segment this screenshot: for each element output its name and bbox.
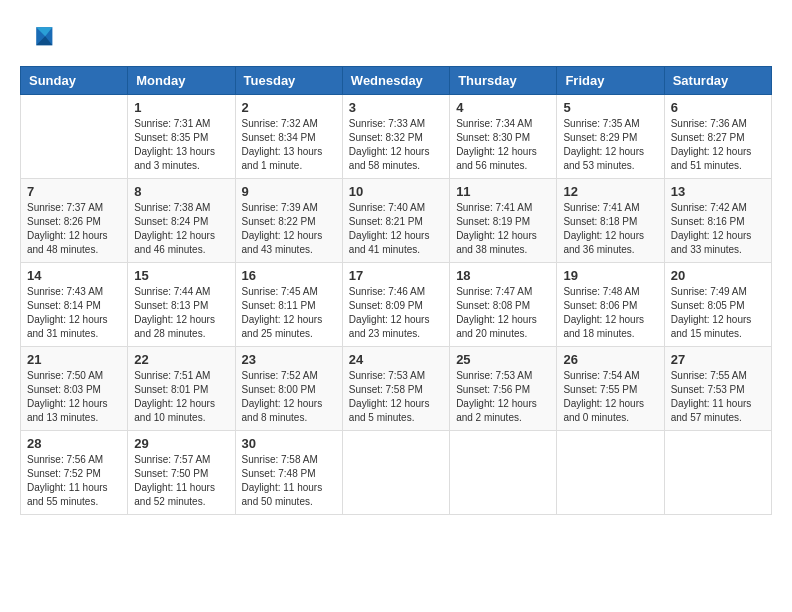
calendar-cell: 5Sunrise: 7:35 AM Sunset: 8:29 PM Daylig… [557, 95, 664, 179]
calendar-cell: 11Sunrise: 7:41 AM Sunset: 8:19 PM Dayli… [450, 179, 557, 263]
calendar-cell: 13Sunrise: 7:42 AM Sunset: 8:16 PM Dayli… [664, 179, 771, 263]
logo-icon [20, 20, 56, 56]
day-info: Sunrise: 7:33 AM Sunset: 8:32 PM Dayligh… [349, 117, 443, 173]
day-number: 24 [349, 352, 443, 367]
day-number: 22 [134, 352, 228, 367]
day-number: 14 [27, 268, 121, 283]
day-number: 20 [671, 268, 765, 283]
day-number: 28 [27, 436, 121, 451]
day-info: Sunrise: 7:47 AM Sunset: 8:08 PM Dayligh… [456, 285, 550, 341]
day-info: Sunrise: 7:50 AM Sunset: 8:03 PM Dayligh… [27, 369, 121, 425]
calendar-week-1: 1Sunrise: 7:31 AM Sunset: 8:35 PM Daylig… [21, 95, 772, 179]
day-info: Sunrise: 7:43 AM Sunset: 8:14 PM Dayligh… [27, 285, 121, 341]
day-number: 30 [242, 436, 336, 451]
day-info: Sunrise: 7:42 AM Sunset: 8:16 PM Dayligh… [671, 201, 765, 257]
calendar-cell: 17Sunrise: 7:46 AM Sunset: 8:09 PM Dayli… [342, 263, 449, 347]
calendar-cell: 12Sunrise: 7:41 AM Sunset: 8:18 PM Dayli… [557, 179, 664, 263]
day-number: 29 [134, 436, 228, 451]
calendar-header-row: SundayMondayTuesdayWednesdayThursdayFrid… [21, 67, 772, 95]
calendar-cell: 25Sunrise: 7:53 AM Sunset: 7:56 PM Dayli… [450, 347, 557, 431]
calendar-cell: 18Sunrise: 7:47 AM Sunset: 8:08 PM Dayli… [450, 263, 557, 347]
day-number: 4 [456, 100, 550, 115]
logo [20, 20, 62, 56]
day-number: 23 [242, 352, 336, 367]
calendar-cell: 3Sunrise: 7:33 AM Sunset: 8:32 PM Daylig… [342, 95, 449, 179]
day-number: 25 [456, 352, 550, 367]
calendar-cell [450, 431, 557, 515]
calendar-cell: 28Sunrise: 7:56 AM Sunset: 7:52 PM Dayli… [21, 431, 128, 515]
calendar-cell: 19Sunrise: 7:48 AM Sunset: 8:06 PM Dayli… [557, 263, 664, 347]
calendar-cell: 4Sunrise: 7:34 AM Sunset: 8:30 PM Daylig… [450, 95, 557, 179]
day-info: Sunrise: 7:51 AM Sunset: 8:01 PM Dayligh… [134, 369, 228, 425]
day-header-saturday: Saturday [664, 67, 771, 95]
calendar-cell: 8Sunrise: 7:38 AM Sunset: 8:24 PM Daylig… [128, 179, 235, 263]
day-number: 27 [671, 352, 765, 367]
day-header-tuesday: Tuesday [235, 67, 342, 95]
calendar-cell: 24Sunrise: 7:53 AM Sunset: 7:58 PM Dayli… [342, 347, 449, 431]
day-number: 16 [242, 268, 336, 283]
day-info: Sunrise: 7:58 AM Sunset: 7:48 PM Dayligh… [242, 453, 336, 509]
calendar-cell: 20Sunrise: 7:49 AM Sunset: 8:05 PM Dayli… [664, 263, 771, 347]
day-info: Sunrise: 7:37 AM Sunset: 8:26 PM Dayligh… [27, 201, 121, 257]
calendar-cell: 15Sunrise: 7:44 AM Sunset: 8:13 PM Dayli… [128, 263, 235, 347]
day-info: Sunrise: 7:31 AM Sunset: 8:35 PM Dayligh… [134, 117, 228, 173]
calendar-cell: 6Sunrise: 7:36 AM Sunset: 8:27 PM Daylig… [664, 95, 771, 179]
day-info: Sunrise: 7:41 AM Sunset: 8:19 PM Dayligh… [456, 201, 550, 257]
day-info: Sunrise: 7:57 AM Sunset: 7:50 PM Dayligh… [134, 453, 228, 509]
day-header-thursday: Thursday [450, 67, 557, 95]
calendar-cell: 2Sunrise: 7:32 AM Sunset: 8:34 PM Daylig… [235, 95, 342, 179]
calendar-week-4: 21Sunrise: 7:50 AM Sunset: 8:03 PM Dayli… [21, 347, 772, 431]
day-info: Sunrise: 7:46 AM Sunset: 8:09 PM Dayligh… [349, 285, 443, 341]
calendar-cell: 10Sunrise: 7:40 AM Sunset: 8:21 PM Dayli… [342, 179, 449, 263]
day-number: 18 [456, 268, 550, 283]
day-info: Sunrise: 7:39 AM Sunset: 8:22 PM Dayligh… [242, 201, 336, 257]
calendar-week-2: 7Sunrise: 7:37 AM Sunset: 8:26 PM Daylig… [21, 179, 772, 263]
calendar-week-5: 28Sunrise: 7:56 AM Sunset: 7:52 PM Dayli… [21, 431, 772, 515]
day-number: 6 [671, 100, 765, 115]
day-number: 26 [563, 352, 657, 367]
day-info: Sunrise: 7:53 AM Sunset: 7:58 PM Dayligh… [349, 369, 443, 425]
calendar-cell: 29Sunrise: 7:57 AM Sunset: 7:50 PM Dayli… [128, 431, 235, 515]
day-header-friday: Friday [557, 67, 664, 95]
day-info: Sunrise: 7:52 AM Sunset: 8:00 PM Dayligh… [242, 369, 336, 425]
calendar-cell: 27Sunrise: 7:55 AM Sunset: 7:53 PM Dayli… [664, 347, 771, 431]
calendar-cell: 14Sunrise: 7:43 AM Sunset: 8:14 PM Dayli… [21, 263, 128, 347]
day-number: 1 [134, 100, 228, 115]
day-info: Sunrise: 7:32 AM Sunset: 8:34 PM Dayligh… [242, 117, 336, 173]
day-info: Sunrise: 7:35 AM Sunset: 8:29 PM Dayligh… [563, 117, 657, 173]
day-header-monday: Monday [128, 67, 235, 95]
day-number: 8 [134, 184, 228, 199]
calendar-cell: 23Sunrise: 7:52 AM Sunset: 8:00 PM Dayli… [235, 347, 342, 431]
day-number: 13 [671, 184, 765, 199]
day-info: Sunrise: 7:49 AM Sunset: 8:05 PM Dayligh… [671, 285, 765, 341]
day-info: Sunrise: 7:41 AM Sunset: 8:18 PM Dayligh… [563, 201, 657, 257]
day-number: 7 [27, 184, 121, 199]
calendar-cell: 21Sunrise: 7:50 AM Sunset: 8:03 PM Dayli… [21, 347, 128, 431]
day-info: Sunrise: 7:45 AM Sunset: 8:11 PM Dayligh… [242, 285, 336, 341]
day-info: Sunrise: 7:55 AM Sunset: 7:53 PM Dayligh… [671, 369, 765, 425]
day-number: 11 [456, 184, 550, 199]
day-info: Sunrise: 7:53 AM Sunset: 7:56 PM Dayligh… [456, 369, 550, 425]
calendar-cell: 26Sunrise: 7:54 AM Sunset: 7:55 PM Dayli… [557, 347, 664, 431]
day-number: 12 [563, 184, 657, 199]
day-number: 17 [349, 268, 443, 283]
day-number: 21 [27, 352, 121, 367]
calendar-cell [342, 431, 449, 515]
calendar-cell: 30Sunrise: 7:58 AM Sunset: 7:48 PM Dayli… [235, 431, 342, 515]
page-header [20, 20, 772, 56]
day-info: Sunrise: 7:48 AM Sunset: 8:06 PM Dayligh… [563, 285, 657, 341]
calendar-cell [21, 95, 128, 179]
day-info: Sunrise: 7:54 AM Sunset: 7:55 PM Dayligh… [563, 369, 657, 425]
calendar-cell [557, 431, 664, 515]
day-number: 5 [563, 100, 657, 115]
day-header-sunday: Sunday [21, 67, 128, 95]
day-header-wednesday: Wednesday [342, 67, 449, 95]
day-info: Sunrise: 7:56 AM Sunset: 7:52 PM Dayligh… [27, 453, 121, 509]
day-info: Sunrise: 7:34 AM Sunset: 8:30 PM Dayligh… [456, 117, 550, 173]
day-number: 19 [563, 268, 657, 283]
day-info: Sunrise: 7:40 AM Sunset: 8:21 PM Dayligh… [349, 201, 443, 257]
calendar-cell: 16Sunrise: 7:45 AM Sunset: 8:11 PM Dayli… [235, 263, 342, 347]
calendar-cell: 9Sunrise: 7:39 AM Sunset: 8:22 PM Daylig… [235, 179, 342, 263]
calendar-cell: 22Sunrise: 7:51 AM Sunset: 8:01 PM Dayli… [128, 347, 235, 431]
calendar-week-3: 14Sunrise: 7:43 AM Sunset: 8:14 PM Dayli… [21, 263, 772, 347]
